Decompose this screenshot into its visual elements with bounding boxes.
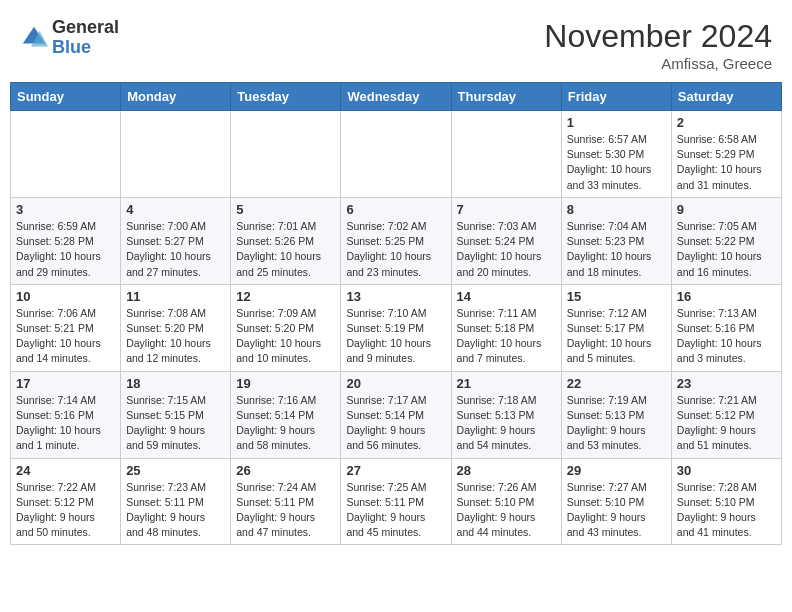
calendar-cell: 21Sunrise: 7:18 AM Sunset: 5:13 PM Dayli… [451,371,561,458]
day-number: 12 [236,289,335,304]
calendar-cell [121,111,231,198]
day-number: 10 [16,289,115,304]
weekday-header-sunday: Sunday [11,83,121,111]
calendar-cell: 22Sunrise: 7:19 AM Sunset: 5:13 PM Dayli… [561,371,671,458]
calendar-cell: 23Sunrise: 7:21 AM Sunset: 5:12 PM Dayli… [671,371,781,458]
day-info: Sunrise: 7:28 AM Sunset: 5:10 PM Dayligh… [677,480,776,541]
day-number: 6 [346,202,445,217]
day-info: Sunrise: 7:25 AM Sunset: 5:11 PM Dayligh… [346,480,445,541]
day-number: 25 [126,463,225,478]
day-info: Sunrise: 7:08 AM Sunset: 5:20 PM Dayligh… [126,306,225,367]
weekday-header-friday: Friday [561,83,671,111]
day-info: Sunrise: 7:00 AM Sunset: 5:27 PM Dayligh… [126,219,225,280]
day-number: 1 [567,115,666,130]
day-info: Sunrise: 7:24 AM Sunset: 5:11 PM Dayligh… [236,480,335,541]
day-info: Sunrise: 6:57 AM Sunset: 5:30 PM Dayligh… [567,132,666,193]
day-info: Sunrise: 7:23 AM Sunset: 5:11 PM Dayligh… [126,480,225,541]
calendar-cell: 18Sunrise: 7:15 AM Sunset: 5:15 PM Dayli… [121,371,231,458]
calendar-cell: 4Sunrise: 7:00 AM Sunset: 5:27 PM Daylig… [121,197,231,284]
day-number: 11 [126,289,225,304]
calendar-cell: 16Sunrise: 7:13 AM Sunset: 5:16 PM Dayli… [671,284,781,371]
calendar-cell: 6Sunrise: 7:02 AM Sunset: 5:25 PM Daylig… [341,197,451,284]
day-info: Sunrise: 7:16 AM Sunset: 5:14 PM Dayligh… [236,393,335,454]
calendar-cell: 7Sunrise: 7:03 AM Sunset: 5:24 PM Daylig… [451,197,561,284]
day-number: 22 [567,376,666,391]
day-number: 9 [677,202,776,217]
day-number: 27 [346,463,445,478]
day-info: Sunrise: 7:27 AM Sunset: 5:10 PM Dayligh… [567,480,666,541]
calendar-cell: 11Sunrise: 7:08 AM Sunset: 5:20 PM Dayli… [121,284,231,371]
day-number: 18 [126,376,225,391]
day-number: 26 [236,463,335,478]
day-number: 23 [677,376,776,391]
logo: General Blue [20,18,119,58]
location: Amfissa, Greece [544,55,772,72]
calendar-cell: 9Sunrise: 7:05 AM Sunset: 5:22 PM Daylig… [671,197,781,284]
day-info: Sunrise: 6:59 AM Sunset: 5:28 PM Dayligh… [16,219,115,280]
calendar-table: SundayMondayTuesdayWednesdayThursdayFrid… [10,82,782,545]
logo-blue: Blue [52,37,91,57]
calendar-cell [11,111,121,198]
calendar-cell: 24Sunrise: 7:22 AM Sunset: 5:12 PM Dayli… [11,458,121,545]
week-row-0: 1Sunrise: 6:57 AM Sunset: 5:30 PM Daylig… [11,111,782,198]
calendar-cell: 17Sunrise: 7:14 AM Sunset: 5:16 PM Dayli… [11,371,121,458]
calendar-cell: 15Sunrise: 7:12 AM Sunset: 5:17 PM Dayli… [561,284,671,371]
calendar-cell: 1Sunrise: 6:57 AM Sunset: 5:30 PM Daylig… [561,111,671,198]
calendar-cell: 14Sunrise: 7:11 AM Sunset: 5:18 PM Dayli… [451,284,561,371]
day-number: 13 [346,289,445,304]
day-info: Sunrise: 7:18 AM Sunset: 5:13 PM Dayligh… [457,393,556,454]
calendar-cell: 26Sunrise: 7:24 AM Sunset: 5:11 PM Dayli… [231,458,341,545]
weekday-header-monday: Monday [121,83,231,111]
logo-icon [20,24,48,52]
calendar-cell [341,111,451,198]
calendar-cell: 30Sunrise: 7:28 AM Sunset: 5:10 PM Dayli… [671,458,781,545]
calendar-cell: 2Sunrise: 6:58 AM Sunset: 5:29 PM Daylig… [671,111,781,198]
title-block: November 2024 Amfissa, Greece [544,18,772,72]
day-info: Sunrise: 7:04 AM Sunset: 5:23 PM Dayligh… [567,219,666,280]
weekday-header-tuesday: Tuesday [231,83,341,111]
calendar-cell: 3Sunrise: 6:59 AM Sunset: 5:28 PM Daylig… [11,197,121,284]
calendar-cell: 19Sunrise: 7:16 AM Sunset: 5:14 PM Dayli… [231,371,341,458]
logo-general: General [52,17,119,37]
calendar-cell: 12Sunrise: 7:09 AM Sunset: 5:20 PM Dayli… [231,284,341,371]
day-info: Sunrise: 7:19 AM Sunset: 5:13 PM Dayligh… [567,393,666,454]
week-row-3: 17Sunrise: 7:14 AM Sunset: 5:16 PM Dayli… [11,371,782,458]
calendar-cell: 8Sunrise: 7:04 AM Sunset: 5:23 PM Daylig… [561,197,671,284]
day-number: 17 [16,376,115,391]
weekday-header-row: SundayMondayTuesdayWednesdayThursdayFrid… [11,83,782,111]
calendar-cell: 25Sunrise: 7:23 AM Sunset: 5:11 PM Dayli… [121,458,231,545]
day-info: Sunrise: 7:26 AM Sunset: 5:10 PM Dayligh… [457,480,556,541]
day-number: 5 [236,202,335,217]
calendar-cell: 29Sunrise: 7:27 AM Sunset: 5:10 PM Dayli… [561,458,671,545]
calendar-cell: 5Sunrise: 7:01 AM Sunset: 5:26 PM Daylig… [231,197,341,284]
calendar-cell: 28Sunrise: 7:26 AM Sunset: 5:10 PM Dayli… [451,458,561,545]
day-info: Sunrise: 7:22 AM Sunset: 5:12 PM Dayligh… [16,480,115,541]
day-number: 14 [457,289,556,304]
day-number: 15 [567,289,666,304]
day-info: Sunrise: 7:21 AM Sunset: 5:12 PM Dayligh… [677,393,776,454]
day-info: Sunrise: 7:03 AM Sunset: 5:24 PM Dayligh… [457,219,556,280]
day-info: Sunrise: 7:12 AM Sunset: 5:17 PM Dayligh… [567,306,666,367]
day-number: 3 [16,202,115,217]
day-info: Sunrise: 7:11 AM Sunset: 5:18 PM Dayligh… [457,306,556,367]
day-number: 20 [346,376,445,391]
day-info: Sunrise: 7:06 AM Sunset: 5:21 PM Dayligh… [16,306,115,367]
calendar-cell: 13Sunrise: 7:10 AM Sunset: 5:19 PM Dayli… [341,284,451,371]
day-info: Sunrise: 7:15 AM Sunset: 5:15 PM Dayligh… [126,393,225,454]
calendar-cell [451,111,561,198]
day-info: Sunrise: 7:17 AM Sunset: 5:14 PM Dayligh… [346,393,445,454]
day-info: Sunrise: 7:01 AM Sunset: 5:26 PM Dayligh… [236,219,335,280]
day-number: 8 [567,202,666,217]
calendar-cell: 10Sunrise: 7:06 AM Sunset: 5:21 PM Dayli… [11,284,121,371]
week-row-4: 24Sunrise: 7:22 AM Sunset: 5:12 PM Dayli… [11,458,782,545]
day-info: Sunrise: 7:02 AM Sunset: 5:25 PM Dayligh… [346,219,445,280]
day-number: 16 [677,289,776,304]
day-number: 29 [567,463,666,478]
day-number: 19 [236,376,335,391]
weekday-header-saturday: Saturday [671,83,781,111]
weekday-header-thursday: Thursday [451,83,561,111]
week-row-1: 3Sunrise: 6:59 AM Sunset: 5:28 PM Daylig… [11,197,782,284]
calendar-cell: 20Sunrise: 7:17 AM Sunset: 5:14 PM Dayli… [341,371,451,458]
day-number: 2 [677,115,776,130]
day-number: 28 [457,463,556,478]
